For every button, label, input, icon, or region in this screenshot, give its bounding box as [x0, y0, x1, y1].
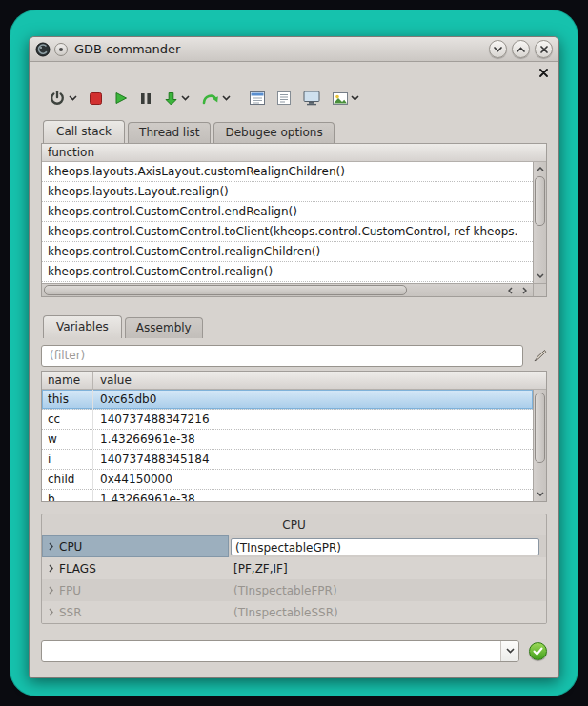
function-column-header[interactable]: function [42, 144, 94, 161]
register-value: (TInspectableSSR) [229, 606, 546, 619]
register-value-edit[interactable]: (TInspectableGPR) [231, 538, 539, 555]
register-name-cell[interactable]: FLAGS [42, 557, 229, 579]
command-combobox[interactable] [41, 640, 519, 662]
apply-button[interactable] [529, 642, 547, 660]
table-row[interactable]: cc 140737488347216 [42, 410, 533, 430]
monitor-button[interactable] [303, 91, 320, 106]
combo-dropdown-icon [506, 648, 515, 654]
scrollbar-thumb[interactable] [535, 176, 545, 226]
cpu-row[interactable]: CPU (TInspectableGPR) [42, 535, 546, 557]
continue-button[interactable] [114, 91, 128, 105]
app-icon [35, 42, 51, 57]
vertical-scrollbar[interactable] [533, 390, 546, 501]
table-row[interactable]: w 1.43266961e-38 [42, 430, 533, 450]
minimize-button[interactable] [489, 40, 507, 58]
tab-thread-list[interactable]: Thread list [128, 122, 211, 143]
command-bar [41, 639, 547, 662]
maximize-button[interactable] [512, 40, 530, 58]
scroll-up-arrow[interactable] [534, 163, 546, 175]
power-icon [49, 90, 66, 107]
stop-icon [90, 92, 102, 105]
memory-image-button[interactable] [333, 92, 359, 105]
pin-dot-icon [59, 48, 63, 51]
close-icon [540, 46, 548, 53]
filter-tool-icon[interactable] [532, 349, 547, 362]
variable-name: b [42, 490, 93, 501]
callstack-row[interactable]: kheops.layouts.Layout.realign() [42, 182, 533, 202]
panel-splitter[interactable] [30, 297, 558, 311]
scroll-left-arrow[interactable] [503, 284, 517, 296]
callstack-row[interactable]: kheops.layouts.AxisLayout.customRealignC… [42, 162, 533, 182]
expander-icon[interactable] [42, 586, 59, 595]
callstack-table: function kheops.layouts.AxisLayout.custo… [41, 143, 547, 297]
tab-assembly[interactable]: Assembly [125, 317, 203, 338]
stop-button[interactable] [90, 92, 102, 105]
dock-close-icon[interactable] [539, 69, 548, 77]
cpu-groupbox: CPU CPU (TInspectableGPR) FLAGS [41, 514, 547, 624]
register-value: (TInspectableFPR) [229, 584, 546, 597]
combo-dropdown-button[interactable] [500, 641, 518, 661]
step-into-button[interactable] [164, 91, 190, 106]
variables-column-header: name value [42, 372, 546, 390]
register-value: [PF,ZF,IF] [229, 562, 546, 575]
source-list-button[interactable] [277, 91, 291, 105]
close-button[interactable] [535, 40, 553, 58]
callstack-row[interactable]: kheops.control.CustomControl.toClient(kh… [42, 222, 533, 242]
callstack-tabbar: Call stack Thread list Debugee options [30, 115, 558, 143]
scrollbar-thumb[interactable] [44, 285, 407, 295]
scroll-right-arrow[interactable] [517, 284, 531, 296]
scrollbar-thumb[interactable] [535, 393, 545, 463]
callstack-row[interactable]: kheops.control.CustomControl.realign() [42, 262, 533, 282]
pause-button[interactable] [140, 92, 152, 105]
table-row[interactable]: child 0x44150000 [42, 470, 533, 490]
callstack-column-header[interactable]: function [42, 144, 546, 162]
cpu-row[interactable]: FLAGS [PF,ZF,IF] [42, 557, 546, 579]
filter-input[interactable] [41, 345, 523, 367]
value-column-header[interactable]: value [93, 372, 546, 389]
keep-above-button[interactable] [54, 43, 68, 56]
chevron-down-icon[interactable] [222, 95, 231, 101]
command-input[interactable] [42, 641, 500, 661]
cpu-row[interactable]: FPU (TInspectableFPR) [42, 579, 546, 601]
debug-toolbar [30, 81, 558, 115]
teal-frame: GDB commander [10, 10, 578, 696]
table-row[interactable]: i 140737488345184 [42, 450, 533, 470]
expander-icon[interactable] [42, 564, 59, 573]
vertical-scrollbar[interactable] [533, 162, 546, 283]
scroll-down-arrow[interactable] [534, 270, 546, 282]
tab-variables[interactable]: Variables [43, 315, 122, 338]
gdb-commander-window: GDB commander [29, 36, 559, 678]
table-row[interactable]: this 0xc65db0 [42, 390, 533, 410]
callstack-row[interactable]: kheops.control.CustomControl.endRealign(… [42, 202, 533, 222]
panel-list-button[interactable] [250, 91, 265, 105]
step-over-button[interactable] [202, 91, 231, 106]
maximize-icon [517, 47, 525, 52]
pause-icon [140, 92, 152, 105]
chevron-down-icon[interactable] [69, 95, 77, 101]
expander-icon[interactable] [42, 542, 59, 551]
variable-value: 1.43266961e-38 [93, 490, 533, 501]
chevron-down-icon[interactable] [351, 95, 359, 101]
callstack-row[interactable]: kheops.control.CustomControl.realignChil… [42, 242, 533, 262]
register-group-label: SSR [59, 606, 82, 619]
table-row[interactable]: b 1.43266961e-38 [42, 490, 533, 501]
tab-call-stack[interactable]: Call stack [43, 120, 125, 143]
variable-value: 0xc65db0 [93, 390, 533, 409]
tab-debugee-options[interactable]: Debugee options [213, 122, 334, 143]
power-button[interactable] [49, 90, 77, 107]
continue-icon [114, 91, 128, 105]
register-name-cell[interactable]: SSR [42, 601, 229, 623]
cpu-row[interactable]: SSR (TInspectableSSR) [42, 601, 546, 623]
scrollbar-corner [533, 283, 546, 296]
register-name-cell[interactable]: CPU [42, 535, 229, 557]
name-column-header[interactable]: name [42, 372, 93, 389]
chevron-down-icon[interactable] [181, 95, 190, 101]
titlebar[interactable]: GDB commander [30, 37, 558, 62]
register-name-cell[interactable]: FPU [42, 579, 229, 601]
variable-name: w [42, 430, 93, 449]
expander-icon[interactable] [42, 608, 59, 616]
panel-list-icon [250, 91, 265, 105]
memory-image-icon [333, 92, 348, 105]
scroll-down-arrow[interactable] [534, 488, 546, 500]
horizontal-scrollbar[interactable] [42, 283, 533, 296]
